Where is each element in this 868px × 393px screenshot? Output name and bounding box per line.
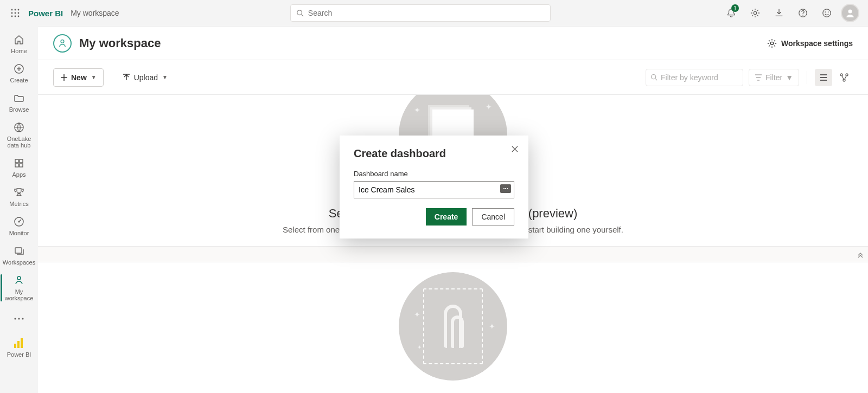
nav-apps[interactable]: Apps — [1, 153, 37, 182]
powerbi-icon — [14, 337, 24, 349]
workspace-settings-label: Workspace settings — [781, 39, 853, 48]
search-icon — [650, 74, 658, 81]
nav-label: Metrics — [9, 201, 28, 207]
nav-label: Power BI — [7, 351, 31, 358]
sparkle-icon: ✦ — [417, 153, 422, 159]
nav-powerbi[interactable]: Power BI — [1, 333, 37, 362]
nav-workspaces[interactable]: Workspaces — [1, 241, 37, 270]
svg-point-2 — [18, 9, 20, 11]
gauge-icon — [14, 216, 24, 228]
download-icon — [774, 8, 784, 18]
notifications-button[interactable]: 1 — [722, 3, 741, 23]
toolbar-divider — [807, 71, 807, 84]
download-button[interactable] — [769, 3, 789, 23]
globe-icon — [14, 121, 24, 133]
new-button-label: New — [71, 73, 87, 82]
svg-line-34 — [655, 79, 657, 80]
brand-label[interactable]: Power BI — [28, 9, 63, 18]
filter-button[interactable]: Filter ▼ — [749, 69, 799, 86]
nav-more-button[interactable] — [1, 308, 37, 330]
nav-onelake[interactable]: OneLake data hub — [1, 117, 37, 153]
filter-button-label: Filter — [765, 73, 782, 82]
clip-frame-icon — [423, 288, 483, 364]
svg-point-5 — [18, 12, 20, 14]
more-icon — [14, 318, 24, 320]
svg-point-8 — [18, 16, 20, 17]
help-icon — [798, 8, 808, 18]
person-icon — [14, 274, 24, 286]
list-icon — [819, 73, 828, 82]
breadcrumb[interactable]: My workspace — [71, 9, 119, 17]
sparkle-icon: ✦ — [489, 322, 495, 331]
svg-point-6 — [11, 16, 13, 17]
svg-point-1 — [15, 9, 16, 11]
nav-label: Browse — [9, 106, 29, 113]
svg-point-15 — [825, 11, 826, 12]
paperclip-icon — [444, 305, 462, 348]
search-icon — [296, 9, 304, 17]
chevron-down-icon: ▼ — [91, 74, 97, 80]
empty-sample-illustration: ✦ ✦ ✦ — [399, 95, 507, 189]
nav-label: Create — [10, 77, 28, 83]
nav-create[interactable]: Create — [1, 59, 37, 88]
svg-point-33 — [652, 75, 656, 79]
waffle-icon — [11, 9, 20, 17]
svg-point-16 — [828, 11, 829, 12]
svg-point-29 — [18, 318, 20, 319]
smiley-icon — [822, 8, 832, 18]
feedback-button[interactable] — [817, 3, 837, 23]
nav-label: Workspaces — [3, 259, 35, 266]
svg-point-13 — [802, 15, 803, 16]
svg-line-10 — [301, 15, 303, 17]
svg-rect-21 — [20, 159, 23, 163]
sparkle-icon: ✦ — [414, 310, 420, 319]
sparkle-icon: ✦ — [486, 102, 492, 111]
settings-button[interactable] — [745, 3, 765, 23]
workspace-header: My workspace Workspace settings — [38, 27, 868, 60]
person-icon — [845, 8, 856, 18]
lineage-view-button[interactable] — [835, 69, 853, 86]
svg-point-30 — [22, 318, 23, 319]
sparkle-icon: ✦ — [417, 344, 422, 350]
nav-metrics[interactable]: Metrics — [1, 182, 37, 211]
new-button[interactable]: New ▼ — [53, 68, 104, 87]
empty-add-illustration: ✦ ✦ ✦ — [399, 272, 507, 381]
global-search[interactable] — [290, 4, 551, 22]
svg-point-9 — [297, 10, 302, 15]
left-nav-rail: Home Create Browse OneLake data hub Apps… — [0, 26, 38, 393]
nav-label: OneLake data hub — [2, 136, 36, 149]
svg-point-4 — [15, 12, 16, 14]
list-view-button[interactable] — [815, 69, 832, 86]
workspace-title: My workspace — [79, 36, 767, 50]
svg-point-35 — [840, 74, 843, 76]
stack-icon — [14, 245, 24, 257]
nav-my-workspace[interactable]: My workspace — [1, 270, 37, 306]
svg-point-28 — [14, 318, 16, 319]
filter-keyword-input[interactable]: Filter by keyword — [646, 69, 743, 86]
workspace-settings-button[interactable]: Workspace settings — [767, 38, 853, 48]
svg-rect-26 — [15, 248, 22, 253]
plus-icon — [60, 74, 68, 81]
svg-point-37 — [843, 79, 845, 81]
filter-icon — [755, 74, 762, 81]
app-launcher-button[interactable] — [4, 9, 26, 17]
user-avatar[interactable] — [841, 4, 859, 22]
collapse-button[interactable] — [856, 250, 865, 259]
global-search-input[interactable] — [308, 9, 545, 17]
chevron-down-icon: ▼ — [786, 73, 793, 82]
nav-monitor[interactable]: Monitor — [1, 211, 37, 241]
svg-rect-20 — [15, 159, 18, 163]
svg-rect-22 — [15, 164, 18, 167]
help-button[interactable] — [793, 3, 813, 23]
svg-point-0 — [11, 9, 13, 11]
svg-point-17 — [848, 10, 852, 14]
nav-home[interactable]: Home — [1, 29, 37, 59]
upload-button[interactable]: Upload ▼ — [116, 68, 174, 87]
notification-badge: 1 — [731, 4, 739, 12]
trophy-icon — [14, 186, 24, 198]
sparkle-icon: ✦ — [414, 106, 420, 114]
svg-rect-23 — [20, 164, 23, 167]
nav-browse[interactable]: Browse — [1, 88, 37, 117]
nav-label: Apps — [12, 171, 25, 178]
upload-button-label: Upload — [134, 73, 158, 82]
